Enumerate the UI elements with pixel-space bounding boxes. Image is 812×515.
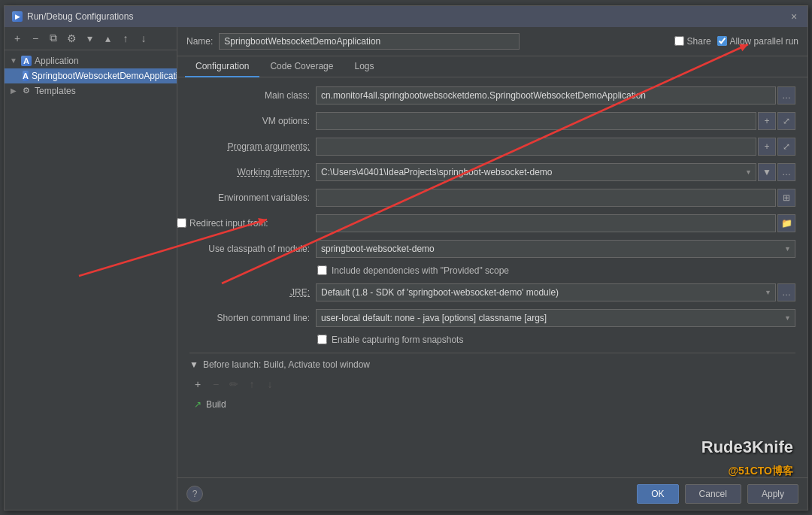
- apply-button[interactable]: Apply: [747, 484, 798, 504]
- before-launch-down-button[interactable]: ↓: [262, 376, 278, 392]
- working-directory-input[interactable]: [316, 163, 756, 181]
- before-launch-chevron: ▼: [189, 359, 198, 370]
- close-button[interactable]: ×: [788, 11, 800, 23]
- build-label: Build: [206, 399, 226, 410]
- dialog-title: Run/Debug Configurations: [27, 11, 133, 22]
- program-arguments-input[interactable]: [316, 138, 756, 156]
- share-label: Share: [687, 36, 711, 47]
- prog-fullscreen-button[interactable]: ⤢: [777, 138, 795, 156]
- include-deps-label: Include dependencies with "Provided" sco…: [332, 265, 509, 276]
- env-browse-button[interactable]: ⊞: [777, 189, 795, 207]
- sidebar-toolbar: + − ⧉ ⚙ ▾ ▴ ↑ ↓: [5, 27, 177, 50]
- working-dir-browse-button[interactable]: …: [777, 163, 795, 181]
- shorten-cmd-select[interactable]: user-local default: none - java [options…: [316, 309, 795, 327]
- main-class-row: Main class: …: [189, 86, 795, 105]
- redirect-checkbox[interactable]: [177, 218, 186, 228]
- env-variables-input[interactable]: [316, 189, 776, 207]
- tree-item-springboot-app[interactable]: A SpringbootWebsocketDemoApplication: [5, 68, 177, 83]
- templates-icon: ⚙: [21, 86, 32, 96]
- springboot-app-label: SpringbootWebsocketDemoApplication: [32, 71, 177, 81]
- tree-item-application[interactable]: ▼ A Application: [5, 53, 177, 68]
- redirect-input-group: 📁: [316, 214, 795, 232]
- redirect-browse-button[interactable]: 📁: [777, 214, 795, 232]
- jre-select-group: Default (1.8 - SDK of 'springboot-websoc…: [316, 283, 795, 301]
- before-launch-section: ▼ Before launch: Build, Activate tool wi…: [189, 359, 795, 412]
- title-bar: ▶ Run/Debug Configurations ×: [5, 6, 807, 27]
- main-class-input-group: …: [316, 86, 795, 105]
- include-deps-checkbox[interactable]: [317, 265, 327, 275]
- main-class-label: Main class:: [189, 90, 310, 101]
- tree-item-templates[interactable]: ▶ ⚙ Templates: [5, 83, 177, 98]
- add-config-button[interactable]: +: [9, 30, 26, 47]
- before-launch-edit-button[interactable]: ✏: [226, 376, 242, 392]
- redirect-input-row: Redirect input from: 📁: [189, 214, 795, 232]
- tab-logs[interactable]: Logs: [344, 56, 384, 77]
- templates-label: Templates: [35, 86, 76, 96]
- env-variables-input-group: ⊞: [316, 189, 795, 207]
- before-launch-add-button[interactable]: +: [189, 376, 206, 392]
- move-down-button[interactable]: ↓: [135, 30, 152, 47]
- program-arguments-input-group: + ⤢: [316, 138, 795, 156]
- vm-options-input[interactable]: [316, 112, 756, 130]
- name-input[interactable]: [219, 33, 520, 50]
- prog-expand-button[interactable]: +: [758, 138, 776, 156]
- dialog-icon: ▶: [12, 11, 23, 22]
- jre-select[interactable]: Default (1.8 - SDK of 'springboot-websoc…: [316, 283, 776, 301]
- right-panel: Name: Share Allow parallel run: [177, 27, 807, 510]
- chevron-right-icon: ▶: [9, 86, 18, 95]
- sidebar-tree: ▼ A Application A SpringbootWebsocketDem…: [5, 50, 177, 510]
- application-icon: A: [21, 56, 32, 66]
- tab-configuration[interactable]: Configuration: [185, 56, 259, 77]
- remove-config-button[interactable]: −: [27, 30, 44, 47]
- share-checkbox[interactable]: [674, 36, 684, 46]
- enable-snapshots-checkbox[interactable]: [317, 335, 327, 344]
- classpath-label: Use classpath of module:: [189, 244, 310, 254]
- shorten-cmd-row: Shorten command line: user-local default…: [189, 309, 795, 327]
- program-arguments-row: Program arguments: + ⤢: [189, 138, 795, 156]
- tab-code-coverage[interactable]: Code Coverage: [259, 56, 344, 77]
- enable-snapshots-label: Enable capturing form snapshots: [332, 335, 463, 345]
- app-item-icon: A: [23, 71, 29, 81]
- working-dir-dropdown-button[interactable]: ▼: [758, 163, 776, 181]
- env-variables-row: Environment variables: ⊞: [189, 189, 795, 207]
- redirect-label: Redirect input from:: [189, 218, 310, 229]
- tabs-bar: Configuration Code Coverage Logs: [177, 56, 807, 77]
- before-launch-header: ▼ Before launch: Build, Activate tool wi…: [189, 359, 795, 370]
- settings-config-button[interactable]: ⚙: [63, 30, 80, 47]
- before-launch-remove-button[interactable]: −: [208, 376, 224, 392]
- allow-parallel-checkbox[interactable]: [717, 36, 727, 46]
- main-class-input[interactable]: [316, 86, 776, 105]
- config-body: Main class: … VM options: + ⤢: [177, 77, 807, 477]
- classpath-select[interactable]: springboot-websocket-demo: [316, 240, 795, 258]
- sidebar: + − ⧉ ⚙ ▾ ▴ ↑ ↓ ▼ A Application: [5, 27, 177, 510]
- before-launch-toolbar: + − ✏ ↑ ↓: [189, 376, 795, 392]
- ok-button[interactable]: OK: [637, 484, 678, 504]
- move-up-button[interactable]: ↑: [117, 30, 134, 47]
- help-button[interactable]: ?: [186, 486, 203, 502]
- bottom-bar: ? OK Cancel Apply: [177, 477, 807, 510]
- redirect-input[interactable]: [316, 214, 776, 232]
- application-label: Application: [35, 56, 79, 66]
- build-icon: ↗: [194, 399, 201, 410]
- classpath-row: Use classpath of module: springboot-webs…: [189, 240, 795, 258]
- jre-row: JRE: Default (1.8 - SDK of 'springboot-w…: [189, 283, 795, 301]
- before-launch-up-button[interactable]: ↑: [244, 376, 260, 392]
- run-debug-dialog: ▶ Run/Debug Configurations × + − ⧉ ⚙ ▾ ▴…: [4, 5, 808, 510]
- include-deps-row: Include dependencies with "Provided" sco…: [189, 265, 795, 276]
- vm-expand-button[interactable]: +: [758, 112, 776, 130]
- main-class-browse-button[interactable]: …: [777, 86, 795, 105]
- cancel-button[interactable]: Cancel: [685, 484, 741, 504]
- copy-config-button[interactable]: ⧉: [45, 30, 62, 47]
- vm-options-row: VM options: + ⤢: [189, 112, 795, 130]
- working-directory-label: Working directory:: [189, 167, 310, 177]
- vm-options-label: VM options:: [189, 116, 310, 126]
- jre-browse-button[interactable]: …: [777, 283, 795, 301]
- allow-parallel-label: Allow parallel run: [730, 36, 798, 47]
- classpath-select-group: springboot-websocket-demo: [316, 240, 795, 258]
- vm-fullscreen-button[interactable]: ⤢: [777, 112, 795, 130]
- jre-label: JRE:: [189, 287, 310, 298]
- arrow-up-config[interactable]: ▴: [99, 30, 116, 47]
- before-launch-label: Before launch: Build, Activate tool wind…: [203, 359, 370, 370]
- program-arguments-label: Program arguments:: [189, 141, 310, 152]
- arrow-down-config[interactable]: ▾: [81, 30, 98, 47]
